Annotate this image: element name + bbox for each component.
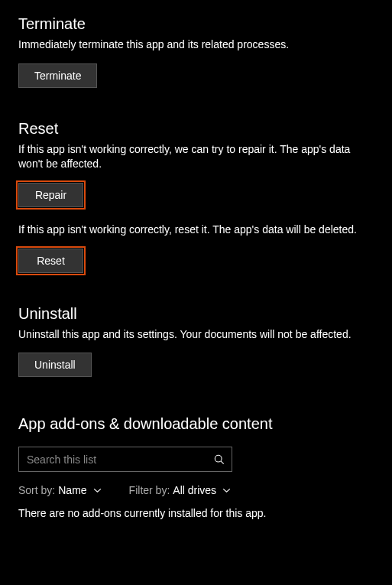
addons-empty-message: There are no add-ons currently installed… bbox=[18, 507, 374, 519]
search-input[interactable] bbox=[19, 449, 207, 470]
terminate-desc: Immediately terminate this app and its r… bbox=[18, 37, 374, 52]
reset-section: Reset If this app isn't working correctl… bbox=[18, 120, 374, 273]
sort-by-dropdown[interactable]: Sort by: Name bbox=[18, 484, 102, 496]
uninstall-title: Uninstall bbox=[18, 305, 374, 323]
uninstall-section: Uninstall Uninstall this app and its set… bbox=[18, 305, 374, 378]
chevron-down-icon bbox=[222, 488, 231, 493]
sort-value: Name bbox=[58, 484, 86, 496]
search-icon[interactable] bbox=[207, 447, 232, 471]
terminate-section: Terminate Immediately terminate this app… bbox=[18, 15, 374, 88]
addons-section: App add-ons & downloadable content Sort … bbox=[18, 415, 374, 519]
terminate-button[interactable]: Terminate bbox=[18, 63, 97, 88]
repair-button[interactable]: Repair bbox=[18, 183, 83, 207]
repair-desc: If this app isn't working correctly, we … bbox=[18, 142, 374, 171]
filters-row: Sort by: Name Filter by: All drives bbox=[18, 484, 374, 496]
reset-desc: If this app isn't working correctly, res… bbox=[18, 223, 374, 237]
sort-label: Sort by: bbox=[18, 484, 55, 496]
filter-by-dropdown[interactable]: Filter by: All drives bbox=[129, 484, 231, 496]
filter-value: All drives bbox=[173, 484, 216, 496]
search-box bbox=[18, 447, 232, 472]
addons-title: App add-ons & downloadable content bbox=[18, 415, 374, 433]
svg-point-0 bbox=[215, 455, 222, 462]
terminate-title: Terminate bbox=[18, 15, 374, 33]
reset-button[interactable]: Reset bbox=[18, 249, 83, 273]
svg-line-1 bbox=[221, 461, 224, 464]
uninstall-desc: Uninstall this app and its settings. You… bbox=[18, 327, 374, 342]
reset-title: Reset bbox=[18, 120, 374, 138]
chevron-down-icon bbox=[93, 488, 102, 493]
filter-label: Filter by: bbox=[129, 484, 170, 496]
uninstall-button[interactable]: Uninstall bbox=[18, 353, 92, 377]
